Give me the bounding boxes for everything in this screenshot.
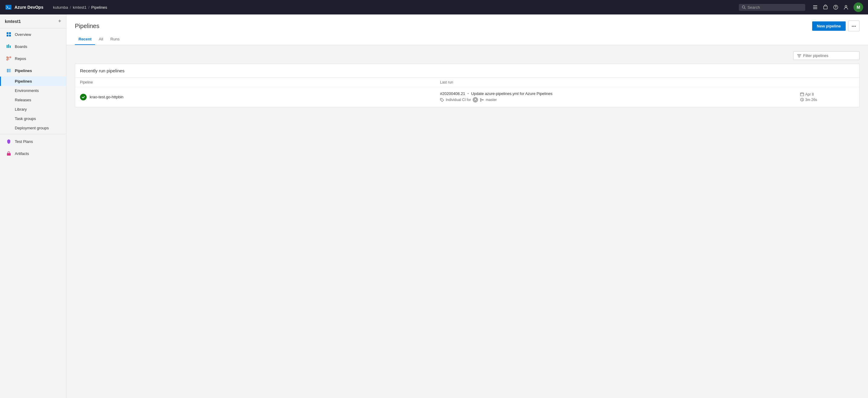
svg-point-28 [480,98,482,99]
sidebar-item-repos-label: Repos [15,56,26,61]
svg-point-21 [7,71,8,72]
sidebar-item-pipelines-label: Pipelines [15,79,32,84]
repos-icon [6,56,12,62]
svg-point-7 [835,8,836,9]
sidebar-item-releases-label: Releases [15,98,31,102]
user-settings-icon-button[interactable] [843,4,849,10]
svg-point-20 [7,70,8,71]
svg-rect-15 [10,45,10,48]
tabs: Recent All Runs [66,34,868,45]
branch-icon [480,98,484,102]
filter-pipelines-input[interactable]: Filter pipelines [793,51,860,60]
sidebar-item-environments[interactable]: Environments [0,86,66,95]
svg-rect-31 [800,93,804,96]
filter-icon [797,54,801,58]
sidebar-item-artifacts[interactable]: Artifacts [0,147,66,160]
pipeline-table-header: Pipeline Last run [75,78,859,87]
run-duration: 3m 26s [800,98,855,102]
azure-devops-logo-icon [5,4,12,11]
logo-area[interactable]: Azure DevOps [5,4,43,11]
pipeline-name-text: krao-test.go-httpbin [90,95,123,99]
sidebar-item-library[interactable]: Library [0,105,66,114]
sidebar-item-deployment-groups[interactable]: Deployment groups [0,123,66,133]
run-date: Apr 8 [800,92,855,97]
artifacts-icon [6,151,12,157]
nav-icons: M [812,2,863,12]
svg-rect-4 [813,8,817,9]
clock-icon [800,98,804,102]
tab-recent[interactable]: Recent [75,34,95,45]
page-title: Pipelines [75,23,99,30]
svg-point-24 [854,26,855,27]
svg-rect-14 [8,44,9,48]
breadcrumb: kutumba / kmtest1 / Pipelines [53,5,107,10]
content-area: Filter pipelines Recently run pipelines … [66,45,868,398]
search-input[interactable] [748,5,802,10]
svg-rect-9 [7,32,8,34]
sidebar-item-environments-label: Environments [15,88,39,93]
sidebar-item-repos[interactable]: Repos [0,53,66,65]
svg-point-29 [480,100,482,101]
overview-icon [6,31,12,37]
tag-icon [440,98,444,102]
svg-point-26 [441,99,441,100]
column-lastrun-label: Last run [440,80,800,85]
ellipsis-icon [851,24,856,29]
pipeline-section-title: Recently run pipelines [75,64,859,78]
svg-point-16 [7,57,8,58]
pipeline-status-icon [80,94,87,100]
boards-icon [6,43,12,49]
svg-rect-22 [7,153,10,156]
sidebar-item-overview-label: Overview [15,32,31,37]
sidebar-item-test-plans[interactable]: Test Plans [0,135,66,147]
sidebar-item-artifacts-label: Artifacts [15,152,29,156]
sidebar-item-boards[interactable]: Boards [0,40,66,53]
main-content: Pipelines New pipeline Recent All Runs [66,14,868,398]
table-row[interactable]: krao-test.go-httpbin #20200408.21 • Upda… [75,87,859,107]
test-plans-icon [6,138,12,144]
run-date-text: Apr 8 [805,92,814,97]
top-nav: Azure DevOps kutumba / kmtest1 / Pipelin… [0,0,868,14]
logo-text: Azure DevOps [14,5,43,10]
shopping-bag-icon-button[interactable] [823,4,828,10]
run-meta: Individual CI for [440,97,800,102]
filter-placeholder-text: Filter pipelines [803,53,829,58]
sidebar-item-pipelines[interactable]: Pipelines [0,76,66,86]
tab-runs[interactable]: Runs [107,34,123,45]
tab-all[interactable]: All [95,34,106,45]
svg-point-8 [845,5,847,7]
app-layout: kmtest1 + Overview [0,0,868,398]
svg-rect-3 [813,7,817,7]
sidebar-item-releases[interactable]: Releases [0,95,66,105]
sidebar-item-pipelines-parent[interactable]: Pipelines [0,65,66,76]
run-date-cell: Apr 8 3m 26s [800,92,855,102]
sidebar-item-overview[interactable]: Overview [0,28,66,40]
sidebar-item-task-groups[interactable]: Task groups [0,114,66,123]
add-project-button[interactable]: + [58,18,61,25]
breadcrumb-sep-1: / [70,5,71,10]
calendar-icon [800,92,804,96]
search-box[interactable] [739,4,805,11]
column-pipeline-label: Pipeline [80,80,440,85]
svg-rect-13 [7,45,7,48]
breadcrumb-org[interactable]: kutumba [53,5,68,10]
svg-point-17 [10,57,11,58]
sidebar-item-pipelines-parent-label: Pipelines [15,68,32,73]
help-icon-button[interactable] [833,4,838,10]
breadcrumb-project[interactable]: kmtest1 [73,5,87,10]
run-trigger: Individual CI for [446,98,471,102]
run-id: #20200408.21 • Update azure-pipelines.ym… [440,91,800,96]
avatar[interactable]: M [854,2,863,12]
svg-rect-12 [9,35,11,36]
sidebar-item-library-label: Library [15,107,27,111]
breadcrumb-current: Pipelines [91,5,107,10]
svg-point-25 [855,26,856,27]
list-icon-button[interactable] [812,4,818,10]
sidebar-org-name: kmtest1 [5,19,21,24]
new-pipeline-button[interactable]: New pipeline [812,22,846,31]
breadcrumb-sep-2: / [88,5,90,10]
column-date-label [800,80,855,85]
svg-rect-0 [5,5,11,10]
svg-rect-2 [813,5,817,6]
more-options-button[interactable] [848,21,860,31]
